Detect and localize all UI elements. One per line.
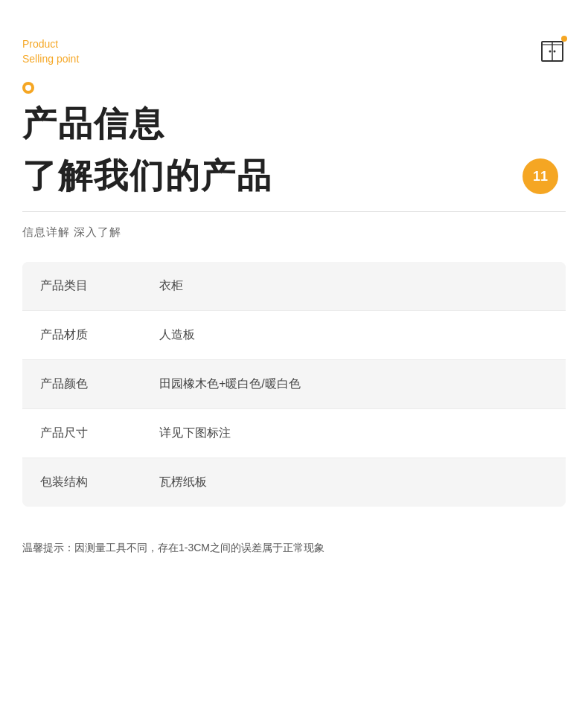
table-cell-label: 产品颜色	[40, 376, 159, 392]
main-title: 产品信息	[22, 101, 566, 147]
table-cell-value: 田园橡木色+暖白色/暖白色	[159, 376, 548, 392]
subtitle-row: 了解我们的产品 11	[22, 153, 566, 199]
table-row: 产品材质人造板	[22, 311, 566, 360]
table-section: 产品类目衣柜产品材质人造板产品颜色田园橡木色+暖白色/暖白色产品尺寸详见下图标注…	[0, 247, 588, 522]
table-row: 产品类目衣柜	[22, 262, 566, 311]
table-cell-value: 人造板	[159, 327, 548, 343]
table-row: 产品颜色田园橡木色+暖白色/暖白色	[22, 360, 566, 409]
dot-decoration	[22, 82, 34, 94]
table-cell-label: 产品材质	[40, 327, 159, 343]
badge-number: 11	[523, 158, 558, 194]
subtitle: 了解我们的产品	[22, 153, 272, 199]
wardrobe-icon	[539, 37, 566, 64]
title-section: 产品信息 了解我们的产品 11	[0, 101, 588, 199]
table-cell-value: 详见下图标注	[159, 426, 548, 441]
svg-point-2	[549, 51, 552, 53]
brand-label: Product Selling point	[22, 37, 79, 66]
table-cell-value: 衣柜	[159, 278, 548, 294]
table-cell-label: 包装结构	[40, 475, 159, 490]
warning-note: 温馨提示：因测量工具不同，存在1-3CM之间的误差属于正常现象	[0, 522, 588, 578]
table-row: 产品尺寸详见下图标注	[22, 409, 566, 458]
svg-point-3	[554, 51, 556, 53]
table-cell-label: 产品类目	[40, 278, 159, 294]
table-cell-value: 瓦楞纸板	[159, 475, 548, 490]
table-row: 包装结构瓦楞纸板	[22, 458, 566, 507]
notification-dot	[561, 36, 567, 42]
table-container: 产品类目衣柜产品材质人造板产品颜色田园橡木色+暖白色/暖白色产品尺寸详见下图标注…	[22, 262, 566, 507]
info-subtitle: 信息详解 深入了解	[0, 212, 588, 247]
page-container: Product Selling point 产品信息 了解我们的产品	[0, 0, 588, 706]
header: Product Selling point	[0, 0, 588, 82]
table-cell-label: 产品尺寸	[40, 426, 159, 441]
wardrobe-icon-container	[539, 37, 566, 67]
